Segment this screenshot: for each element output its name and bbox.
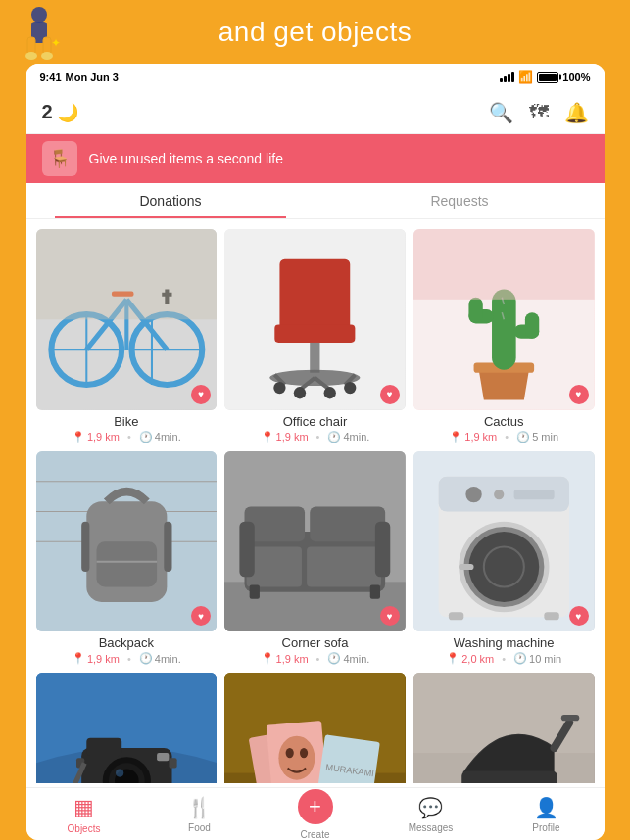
svg-point-0 [31, 7, 47, 23]
item-image-stroller: ♥ [413, 673, 595, 783]
item-location-chair: 📍 1,9 km [261, 431, 309, 443]
svg-rect-52 [164, 521, 171, 571]
search-icon[interactable]: 🔍 [489, 101, 513, 124]
item-image-camera: ♥ [36, 673, 218, 783]
app-header: 2 🌙 🔍 🗺 🔔 [26, 91, 605, 134]
item-image-backpack: ♥ [36, 451, 218, 632]
app-title: and get objects [218, 17, 412, 48]
svg-rect-69 [513, 490, 554, 499]
svg-point-83 [116, 770, 123, 777]
list-item[interactable]: ♥ Office chair 📍 1,9 km • 🕐 4min. [224, 229, 406, 443]
map-icon[interactable]: 🗺 [529, 101, 549, 123]
item-image-books: MURAKAMI ♥ [224, 673, 406, 783]
svg-rect-59 [307, 546, 381, 586]
svg-rect-76 [544, 612, 558, 620]
list-item[interactable]: ♥ Bike 📍 1,9 km • 🕐 4min. [36, 229, 218, 443]
time: 9:41 [40, 71, 62, 83]
bell-icon[interactable]: 🔔 [564, 101, 589, 124]
list-item[interactable]: ♥ Cactus 📍 1,9 km • 🕐 5 min [413, 229, 595, 443]
favorite-icon-chair[interactable]: ♥ [380, 385, 400, 404]
list-item[interactable]: ♥ Backpack 📍 1,9 km • 🕐 4min. [36, 451, 218, 666]
list-item[interactable]: MURAKAMI ♥ Books [224, 673, 406, 783]
pin-icon: 📍 [449, 431, 462, 443]
nav-item-messages[interactable]: 💬 Messages [373, 796, 489, 833]
banner-chair-icon: 🪑 [42, 141, 77, 176]
item-name-chair: Office chair [224, 414, 406, 429]
tab-requests[interactable]: Requests [315, 183, 605, 218]
nav-label-messages: Messages [409, 822, 454, 833]
svg-rect-60 [240, 521, 255, 576]
item-name-backpack: Backpack [36, 635, 218, 650]
svg-point-92 [286, 748, 294, 758]
list-item[interactable]: ♥ Corner sofa 📍 1,9 km • 🕐 4min. [224, 451, 406, 666]
favorite-icon-washer[interactable]: ♥ [569, 606, 589, 626]
favorite-icon-bike[interactable]: ♥ [191, 385, 211, 404]
status-left: 9:41 Mon Jun 3 [40, 71, 119, 83]
list-item[interactable]: ♥ Camera [36, 673, 218, 783]
item-time-washer: 🕐 10 min [513, 652, 561, 665]
nav-item-create[interactable]: + Create [258, 789, 373, 840]
item-image-sofa: ♥ [224, 451, 406, 632]
items-grid: ♥ Bike 📍 1,9 km • 🕐 4min. [26, 219, 605, 783]
nav-label-food: Food [188, 822, 211, 833]
item-meta-bike: 📍 1,9 km • 🕐 4min. [36, 431, 218, 443]
pin-icon: 📍 [261, 652, 274, 665]
signal-bar-1 [500, 78, 503, 82]
nav-item-objects[interactable]: ▦ Objects [26, 795, 142, 834]
battery-fill [539, 74, 557, 81]
clock-icon: 🕐 [139, 652, 153, 665]
item-image-cactus: ♥ [413, 229, 595, 410]
svg-point-5 [41, 52, 53, 60]
svg-point-72 [468, 532, 539, 602]
svg-rect-63 [370, 584, 380, 598]
svg-rect-24 [310, 343, 319, 373]
clock-icon: 🕐 [516, 431, 530, 443]
svg-rect-79 [86, 738, 121, 756]
svg-rect-61 [375, 521, 390, 576]
nav-label-profile: Profile [532, 822, 559, 833]
item-name-sofa: Corner sofa [224, 635, 406, 650]
list-item[interactable]: ♥ Stroller [413, 673, 595, 783]
header-icons: 🔍 🗺 🔔 [489, 101, 589, 124]
list-item[interactable]: ♥ Washing machine 📍 2,0 km • 🕐 10 min [413, 451, 595, 666]
favorite-icon-cactus[interactable]: ♥ [569, 385, 589, 404]
nav-item-profile[interactable]: 👤 Profile [489, 796, 605, 833]
objects-icon: ▦ [73, 795, 94, 820]
svg-point-30 [273, 382, 285, 394]
clock-icon: 🕐 [513, 652, 527, 665]
svg-rect-23 [274, 324, 355, 342]
clock-icon: 🕐 [327, 652, 341, 665]
item-time-backpack: 🕐 4min. [139, 652, 181, 665]
banner-text: Give unused items a second life [89, 151, 283, 166]
svg-point-91 [279, 736, 315, 780]
item-name-bike: Bike [36, 414, 218, 429]
svg-point-4 [25, 52, 37, 60]
svg-point-67 [465, 487, 481, 502]
svg-rect-84 [157, 753, 169, 761]
tab-donations[interactable]: Donations [26, 183, 315, 218]
item-image-bike: ♥ [36, 229, 218, 410]
item-meta-washer: 📍 2,0 km • 🕐 10 min [413, 652, 595, 665]
item-location-washer: 📍 2,0 km [446, 652, 494, 665]
item-location-cactus: 📍 1,9 km [449, 431, 497, 443]
svg-rect-58 [247, 546, 302, 586]
clock-icon: 🕐 [139, 431, 153, 443]
svg-rect-20 [36, 229, 218, 319]
svg-text:✦: ✦ [51, 36, 61, 50]
svg-rect-51 [81, 521, 89, 571]
svg-point-32 [294, 387, 306, 398]
item-image-washer: ♥ [413, 451, 595, 632]
item-meta-backpack: 📍 1,9 km • 🕐 4min. [36, 652, 218, 665]
header-badge: 2 🌙 [42, 101, 78, 123]
battery-percent: 100% [562, 71, 590, 83]
status-bar: 9:41 Mon Jun 3 📶 100% [26, 64, 605, 91]
item-location-sofa: 📍 1,9 km [261, 652, 309, 665]
nav-item-food[interactable]: 🍴 Food [142, 796, 258, 833]
item-name-washer: Washing machine [413, 635, 595, 650]
nav-label-create: Create [300, 829, 329, 840]
item-time-sofa: 🕐 4min. [327, 652, 369, 665]
tabs: Donations Requests [26, 183, 605, 219]
svg-rect-36 [492, 290, 516, 370]
svg-rect-62 [250, 584, 260, 598]
clock-icon: 🕐 [327, 431, 341, 443]
